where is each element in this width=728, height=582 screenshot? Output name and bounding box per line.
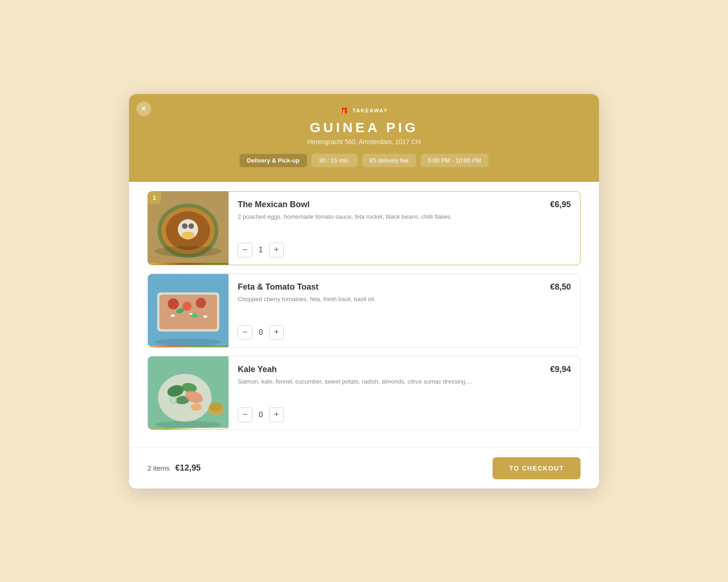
cart-items-count: 2 items bbox=[147, 464, 170, 472]
qty-control-1: − 1 + bbox=[238, 243, 571, 257]
svg-rect-11 bbox=[159, 295, 217, 329]
menu-item-1: 1 bbox=[147, 191, 581, 265]
qty-control-2: − 0 + bbox=[238, 325, 571, 340]
brand-label: 🎁 TAKEAWAY bbox=[147, 107, 581, 114]
item-content-3: Kale Yeah €9,94 Salmon, kale, fennel, cu… bbox=[229, 356, 580, 430]
cart-total: €12,95 bbox=[175, 463, 200, 473]
item-image-3 bbox=[148, 356, 229, 430]
svg-point-8 bbox=[155, 246, 221, 257]
svg-rect-19 bbox=[203, 315, 207, 318]
qty-decrease-3[interactable]: − bbox=[238, 407, 252, 422]
qty-increase-1[interactable]: + bbox=[269, 243, 284, 257]
food-image-svg-2 bbox=[148, 274, 229, 345]
item-price-2: €8,50 bbox=[550, 282, 571, 292]
item-name-3: Kale Yeah bbox=[238, 365, 277, 374]
svg-point-29 bbox=[191, 403, 202, 411]
tag-delivery-fee: €5 delivery fee bbox=[362, 154, 416, 167]
svg-point-6 bbox=[188, 223, 194, 229]
item-badge-1: 1 bbox=[148, 192, 161, 204]
item-content-2: Feta & Tomato Toast €8,50 Chopped cherry… bbox=[229, 274, 580, 347]
tag-time: 30 / 15 min. bbox=[311, 154, 358, 167]
svg-point-14 bbox=[196, 298, 206, 308]
close-button[interactable]: × bbox=[136, 101, 151, 116]
menu-list: 1 bbox=[129, 182, 599, 448]
cart-summary: 2 items €12,95 bbox=[147, 463, 200, 473]
item-price-3: €9,94 bbox=[550, 365, 571, 374]
item-description-1: 2 poached eggs, homemade tomato sauce, f… bbox=[238, 212, 571, 221]
svg-point-31 bbox=[210, 402, 223, 412]
checkout-button[interactable]: TO CHECKOUT bbox=[493, 457, 581, 479]
menu-item-2: Feta & Tomato Toast €8,50 Chopped cherry… bbox=[147, 274, 581, 348]
qty-decrease-1[interactable]: − bbox=[238, 243, 252, 257]
tag-hours: 5:00 PM - 10:00 PM bbox=[421, 154, 489, 167]
qty-control-3: − 0 + bbox=[238, 407, 571, 422]
modal-header: × 🎁 TAKEAWAY GUINEA PIG Herengracht 560,… bbox=[129, 94, 599, 182]
food-image-svg-3 bbox=[148, 356, 229, 428]
restaurant-modal: × 🎁 TAKEAWAY GUINEA PIG Herengracht 560,… bbox=[129, 94, 599, 489]
svg-point-5 bbox=[182, 223, 188, 229]
restaurant-name: GUINEA PIG bbox=[147, 120, 581, 135]
item-description-3: Salmon, kale, fennel, cucumber, sweet po… bbox=[238, 377, 571, 386]
svg-point-12 bbox=[168, 298, 179, 309]
item-name-1: The Mexican Bowl bbox=[238, 200, 310, 210]
qty-increase-2[interactable]: + bbox=[269, 325, 284, 340]
item-price-1: €6,95 bbox=[550, 200, 571, 210]
svg-point-4 bbox=[182, 232, 194, 239]
qty-increase-3[interactable]: + bbox=[269, 407, 284, 422]
item-top-3: Kale Yeah €9,94 bbox=[238, 365, 571, 374]
item-top-2: Feta & Tomato Toast €8,50 bbox=[238, 282, 571, 292]
item-name-2: Feta & Tomato Toast bbox=[238, 282, 318, 292]
qty-value-2: 0 bbox=[252, 328, 269, 337]
item-top-1: The Mexican Bowl €6,95 bbox=[238, 200, 571, 210]
svg-rect-18 bbox=[189, 313, 193, 315]
qty-decrease-2[interactable]: − bbox=[238, 325, 252, 340]
item-description-2: Chopped cherry tomatoes, feta, fresh bas… bbox=[238, 295, 571, 304]
item-image-2 bbox=[148, 274, 229, 347]
brand-name: TAKEAWAY bbox=[352, 108, 388, 113]
qty-value-3: 0 bbox=[252, 411, 269, 419]
modal-footer: 2 items €12,95 TO CHECKOUT bbox=[129, 448, 599, 489]
qty-value-1: 1 bbox=[252, 246, 269, 254]
restaurant-address: Herengracht 560, Amsterdam, 1017 CH bbox=[147, 138, 581, 146]
tag-delivery[interactable]: Delivery & Pick-up bbox=[240, 154, 307, 167]
menu-item-3: Kale Yeah €9,94 Salmon, kale, fennel, cu… bbox=[147, 356, 581, 430]
item-content-1: The Mexican Bowl €6,95 2 poached eggs, h… bbox=[229, 192, 580, 265]
svg-rect-17 bbox=[171, 314, 175, 317]
svg-point-28 bbox=[171, 398, 176, 402]
info-tags: Delivery & Pick-up 30 / 15 min. €5 deliv… bbox=[147, 154, 581, 167]
brand-icon: 🎁 bbox=[340, 107, 349, 114]
